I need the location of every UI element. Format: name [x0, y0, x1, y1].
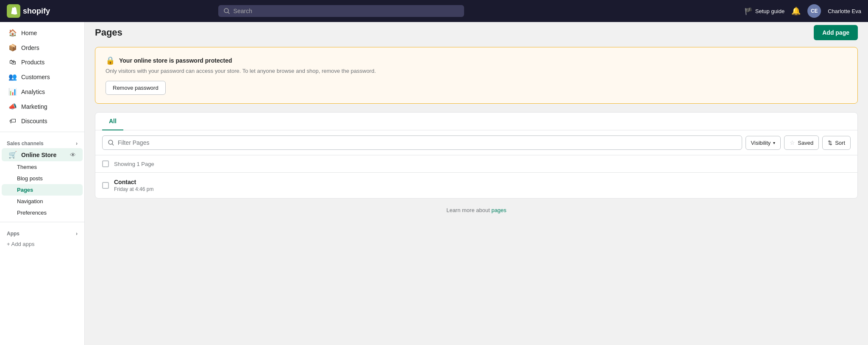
select-all-checkbox[interactable]: [102, 160, 109, 167]
sidebar-item-products-label: Products: [21, 59, 45, 66]
contact-checkbox[interactable]: [102, 182, 109, 189]
home-icon: 🏠: [8, 29, 17, 37]
sidebar-item-discounts-label: Discounts: [21, 118, 47, 124]
page-title: Pages: [95, 27, 122, 38]
discounts-icon: 🏷: [8, 117, 17, 125]
visibility-filter-button[interactable]: Visibility ▾: [746, 136, 781, 150]
sidebar-item-home[interactable]: 🏠 Home: [2, 25, 83, 40]
filter-input-wrap[interactable]: [102, 135, 742, 150]
setup-guide-label: Setup guide: [755, 8, 785, 14]
page-row-contact: Contact Friday at 4:46 pm: [95, 173, 857, 198]
alert-banner-header: 🔒 Your online store is password protecte…: [106, 56, 847, 65]
remove-password-button[interactable]: Remove password: [106, 81, 166, 95]
sort-icon: ⇅: [828, 140, 832, 146]
svg-line-4: [112, 144, 114, 145]
products-icon: 🛍: [8, 58, 17, 66]
sidebar-item-analytics[interactable]: 📊 Analytics: [2, 84, 83, 99]
themes-label: Themes: [17, 164, 37, 170]
marketing-icon: 📣: [8, 102, 17, 110]
pages-card: All Visibility ▾ ☆ Saved ⇅ Sort: [95, 112, 858, 199]
sales-channels-header: Sales channels ›: [0, 135, 84, 148]
top-nav: shopify 🏴 Setup guide 🔔 CE Charlotte Eva: [0, 0, 868, 22]
sidebar-item-home-label: Home: [21, 30, 37, 36]
sidebar-item-orders[interactable]: 📦 Orders: [2, 40, 83, 55]
notification-bell-wrap: 🔔: [791, 6, 801, 16]
password-alert-banner: 🔒 Your online store is password protecte…: [95, 47, 858, 104]
orders-icon: 📦: [8, 44, 17, 52]
visibility-label: Visibility: [751, 140, 771, 146]
filter-pages-input[interactable]: [118, 139, 737, 146]
notification-bell-icon[interactable]: 🔔: [791, 7, 801, 15]
sidebar-item-discounts[interactable]: 🏷 Discounts: [2, 114, 83, 128]
main-content: 🛒 Online Store Pages Add page 🔒 Your onl…: [85, 0, 868, 232]
blog-posts-label: Blog posts: [17, 175, 43, 182]
add-page-button[interactable]: Add page: [814, 25, 858, 40]
pages-label: Pages: [17, 187, 33, 193]
filter-search-icon: [108, 139, 114, 146]
tab-all[interactable]: All: [102, 113, 123, 130]
learn-more-section: Learn more about pages: [95, 199, 858, 222]
sidebar-item-online-store[interactable]: 🛒 Online Store 👁: [2, 148, 83, 161]
star-icon: ☆: [790, 139, 795, 146]
search-icon: [223, 8, 230, 14]
sales-channels-label: Sales channels: [7, 141, 44, 146]
learn-more-text: Learn more about: [446, 207, 491, 213]
sidebar-item-customers-label: Customers: [21, 74, 50, 80]
alert-description: Only visitors with your password can acc…: [106, 68, 847, 74]
sales-channels-expand-icon[interactable]: ›: [76, 141, 78, 146]
setup-guide-button[interactable]: 🏴 Setup guide: [744, 7, 785, 15]
analytics-icon: 📊: [8, 88, 17, 96]
learn-more-link[interactable]: pages: [491, 207, 506, 213]
search-bar[interactable]: [218, 5, 464, 17]
preferences-label: Preferences: [17, 210, 47, 216]
user-avatar: CE: [807, 4, 821, 18]
tabs-bar: All: [95, 113, 857, 130]
navigation-label: Navigation: [17, 198, 43, 204]
contact-page-title[interactable]: Contact: [114, 179, 851, 185]
showing-count-text: Showing 1 Page: [114, 161, 154, 167]
sort-label: Sort: [835, 140, 845, 146]
contact-page-subtitle: Friday at 4:46 pm: [114, 186, 851, 192]
filter-row: Visibility ▾ ☆ Saved ⇅ Sort: [95, 130, 857, 155]
logo-text: shopify: [23, 7, 50, 16]
sidebar-sub-item-blog-posts[interactable]: Blog posts: [2, 173, 83, 184]
shopify-logo-icon: [7, 4, 20, 18]
contact-page-info: Contact Friday at 4:46 pm: [114, 179, 851, 192]
sort-button[interactable]: ⇅ Sort: [822, 136, 851, 150]
sidebar-item-orders-label: Orders: [21, 44, 39, 51]
sidebar-sub-item-preferences[interactable]: Preferences: [2, 207, 83, 218]
sidebar-item-customers[interactable]: 👥 Customers: [2, 69, 83, 84]
online-store-label: Online Store: [21, 152, 56, 158]
sidebar-sub-item-themes[interactable]: Themes: [2, 161, 83, 173]
sidebar-item-marketing[interactable]: 📣 Marketing: [2, 99, 83, 114]
visibility-chevron-icon: ▾: [773, 141, 775, 145]
logo-area: shopify: [7, 4, 75, 18]
apps-header: Apps ›: [0, 226, 84, 232]
eye-icon: 👁: [70, 152, 76, 158]
apps-label: Apps: [7, 231, 19, 232]
page-header: Pages Add page: [95, 25, 858, 40]
apps-expand-icon[interactable]: ›: [76, 231, 78, 232]
search-input[interactable]: [234, 8, 459, 14]
lock-icon: 🔒: [106, 56, 115, 65]
saved-label: Saved: [798, 140, 813, 146]
flag-icon: 🏴: [744, 7, 753, 15]
sidebar-item-analytics-label: Analytics: [21, 88, 45, 95]
sidebar-item-marketing-label: Marketing: [21, 103, 47, 110]
user-name: Charlotte Eva: [828, 8, 861, 14]
showing-row: Showing 1 Page: [95, 155, 857, 173]
svg-line-2: [228, 12, 229, 14]
online-store-row-left: 🛒 Online Store: [8, 151, 56, 159]
online-store-icon: 🛒: [8, 151, 17, 159]
saved-filter-button[interactable]: ☆ Saved: [784, 135, 819, 150]
customers-icon: 👥: [8, 73, 17, 81]
sidebar-sub-item-pages[interactable]: Pages: [2, 184, 83, 196]
sidebar: 🏠 Home 📦 Orders 🛍 Products 👥 Customers 📊…: [0, 22, 85, 232]
sidebar-item-products[interactable]: 🛍 Products: [2, 55, 83, 69]
sidebar-divider-1: [0, 132, 84, 132]
sidebar-divider-2: [0, 222, 84, 222]
nav-right: 🏴 Setup guide 🔔 CE Charlotte Eva: [744, 4, 861, 18]
sidebar-sub-item-navigation[interactable]: Navigation: [2, 196, 83, 207]
alert-title: Your online store is password protected: [119, 57, 232, 64]
